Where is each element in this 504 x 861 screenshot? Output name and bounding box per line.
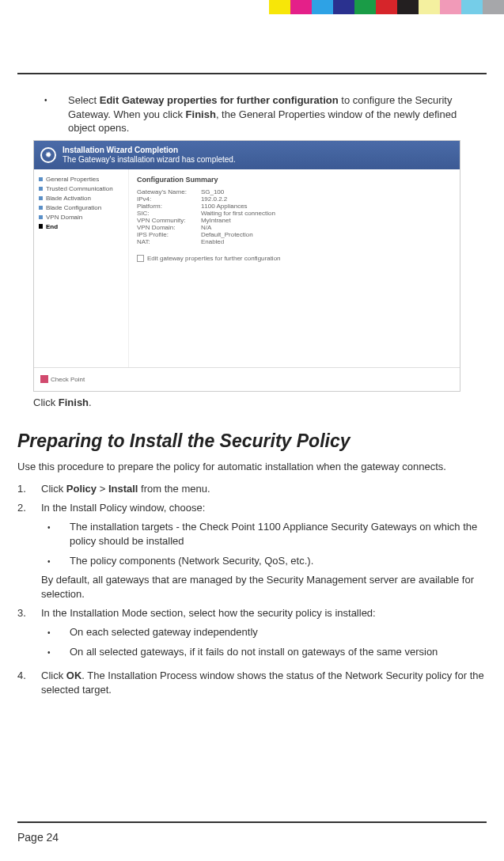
step-number: 2. [17, 501, 41, 601]
step-1: 1. Click Policy > Install from the menu. [17, 482, 487, 496]
summary-heading: Configuration Summary [137, 176, 452, 184]
summary-row: IPv4:192.0.2.2 [137, 195, 275, 203]
summary-row: Platform:1100 Appliances [137, 203, 275, 210]
wizard-sidebar-item: General Properties [39, 176, 123, 183]
step-4: 4. Click OK. The Installation Process wi… [17, 669, 487, 697]
page-number: Page 24 [17, 831, 59, 844]
wizard-header: ✹ Installation Wizard Completion The Gat… [34, 141, 460, 169]
summary-row: IPS Profile:Default_Protection [137, 231, 275, 238]
wizard-main: Configuration Summary Gateway's Name:SG_… [129, 169, 460, 367]
color-bar [269, 0, 504, 14]
color-swatch [312, 0, 333, 14]
step-3: 3. In the Installation Mode section, sel… [17, 606, 487, 664]
color-swatch [461, 0, 483, 14]
color-swatch [397, 0, 419, 14]
step-text: In the Installation Mode section, select… [41, 606, 487, 620]
click-finish-text: Click Finish. [33, 396, 487, 408]
step-number: 4. [17, 669, 41, 697]
checkpoint-logo: Check Point [40, 375, 85, 383]
wizard-title: Installation Wizard Completion [63, 146, 236, 155]
intro-paragraph: Use this procedure to prepare the policy… [17, 460, 487, 474]
wizard-subtitle: The Gateway's installation wizard has co… [63, 155, 236, 165]
summary-row: NAT:Enabled [137, 238, 275, 245]
step-text: In the Install Policy window, choose: [41, 501, 487, 515]
bullet-dot: • [36, 93, 68, 135]
color-swatch [419, 0, 440, 14]
color-swatch [483, 0, 504, 14]
section-heading: Preparing to Install the Security Policy [17, 430, 487, 452]
wizard-sidebar-item: Blade Configuration [39, 204, 123, 211]
wizard-sidebar-item: VPN Domain [39, 214, 123, 221]
wizard-screenshot: ✹ Installation Wizard Completion The Gat… [33, 140, 460, 392]
wizard-sidebar: General PropertiesTrusted CommunicationB… [34, 169, 129, 367]
wizard-footer: Check Point [34, 367, 460, 391]
summary-table: Gateway's Name:SG_100IPv4:192.0.2.2Platf… [137, 188, 275, 245]
bottom-rule [17, 821, 487, 823]
edit-properties-checkbox[interactable]: Edit gateway properties for further conf… [137, 255, 452, 262]
sub-bullet: • On all selected gateways, if it fails … [41, 645, 487, 659]
wizard-sidebar-item: Blade Activation [39, 195, 123, 202]
step-number: 1. [17, 482, 41, 496]
top-bullet: • Select Edit Gateway properties for fur… [36, 93, 487, 135]
step-note: By default, all gateways that are manage… [41, 573, 487, 601]
numbered-list: 1. Click Policy > Install from the menu.… [17, 482, 487, 697]
checkbox-icon [137, 255, 144, 262]
step-2: 2. In the Install Policy window, choose:… [17, 501, 487, 601]
top-rule [17, 73, 487, 74]
summary-row: VPN Community:MyIntranet [137, 217, 275, 224]
wizard-sidebar-item-active: End [39, 223, 123, 230]
color-swatch [354, 0, 376, 14]
color-swatch [376, 0, 397, 14]
summary-row: VPN Domain:N/A [137, 224, 275, 231]
gear-icon: ✹ [40, 147, 56, 163]
sub-bullet: • On each selected gateway independently [41, 625, 487, 639]
color-swatch [269, 0, 290, 14]
summary-row: SIC:Waiting for first connection [137, 210, 275, 217]
color-swatch [290, 0, 312, 14]
logo-icon [40, 375, 48, 383]
page-content: • Select Edit Gateway properties for fur… [17, 93, 487, 702]
step-number: 3. [17, 606, 41, 664]
sub-bullet: • The policy components (Network Securit… [41, 554, 487, 568]
color-swatch [333, 0, 354, 14]
wizard-sidebar-item: Trusted Communication [39, 185, 123, 192]
top-bullet-text: Select Edit Gateway properties for furth… [68, 93, 487, 135]
summary-row: Gateway's Name:SG_100 [137, 188, 275, 195]
color-swatch [440, 0, 461, 14]
checkbox-label: Edit gateway properties for further conf… [147, 255, 281, 262]
sub-bullet: • The installation targets - the Check P… [41, 520, 487, 548]
